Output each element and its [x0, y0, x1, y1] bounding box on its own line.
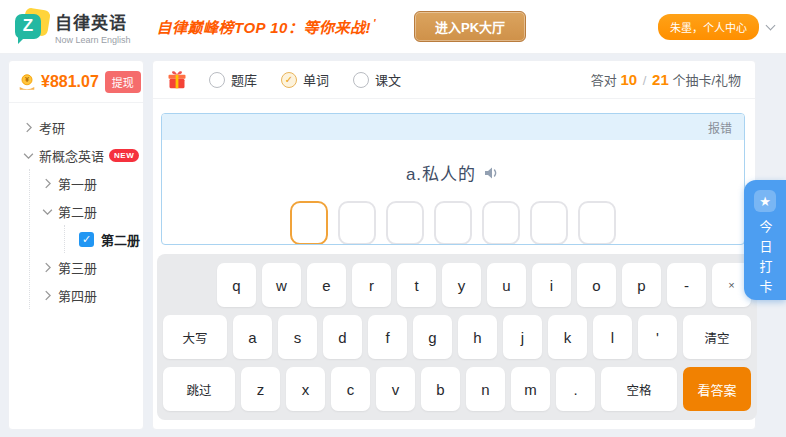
- report-error-button[interactable]: 报错: [708, 119, 732, 136]
- score-status: 答对 10 / 21 个抽卡/礼物: [591, 70, 741, 89]
- mode-question-bank[interactable]: 题库: [209, 70, 257, 89]
- key-hyphen[interactable]: -: [667, 263, 706, 307]
- key-skip[interactable]: 跳过: [163, 367, 235, 411]
- key-y[interactable]: y: [442, 263, 481, 307]
- course-tree: 考研 新概念英语 NEW 第一册 第二册 ✓ 第二册: [9, 103, 143, 309]
- chevron-expanded-icon[interactable]: [23, 152, 34, 159]
- key-v[interactable]: v: [376, 367, 415, 411]
- coin-hand-icon: ¥: [17, 73, 37, 92]
- radio-icon[interactable]: [353, 72, 369, 88]
- key-d[interactable]: d: [323, 315, 362, 359]
- key-i[interactable]: i: [532, 263, 571, 307]
- tree-item-book3[interactable]: 第三册: [30, 253, 143, 281]
- chevron-right-icon[interactable]: [44, 178, 51, 189]
- key-r[interactable]: r: [352, 263, 391, 307]
- chevron-expanded-icon[interactable]: [42, 208, 53, 215]
- letter-box-active: [290, 201, 328, 245]
- show-answer-button[interactable]: 看答案: [683, 367, 751, 411]
- sparkle-icon: ': [373, 17, 376, 29]
- key-g[interactable]: g: [413, 315, 452, 359]
- key-a[interactable]: a: [233, 315, 272, 359]
- key-k[interactable]: k: [548, 315, 587, 359]
- key-s[interactable]: s: [278, 315, 317, 359]
- daily-checkin-label: 今日打卡: [756, 220, 775, 300]
- letter-box: [386, 201, 424, 245]
- app-title: 自律英语: [55, 9, 131, 34]
- letter-box: [338, 201, 376, 245]
- chevron-down-icon[interactable]: [766, 20, 776, 30]
- enter-pk-hall-button[interactable]: 进入PK大厅: [414, 11, 526, 42]
- score-total: 21: [652, 71, 669, 88]
- tree-item-book4[interactable]: 第四册: [30, 281, 143, 309]
- tree-item-book1[interactable]: 第一册: [30, 169, 143, 197]
- mode-text[interactable]: 课文: [353, 70, 401, 89]
- key-u[interactable]: u: [487, 263, 526, 307]
- withdraw-button[interactable]: 提现: [105, 71, 141, 93]
- key-period[interactable]: .: [556, 367, 595, 411]
- ranking-banner: 自律巅峰榜TOP 10：等你来战!': [157, 16, 376, 37]
- key-n[interactable]: n: [466, 367, 505, 411]
- letter-box: [434, 201, 472, 245]
- question-word: a.私人的: [406, 160, 476, 185]
- key-w[interactable]: w: [262, 263, 301, 307]
- balance-row: ¥ ¥881.07 提现: [9, 61, 143, 103]
- app-header: Z 自律英语 Now Learn English 自律巅峰榜TOP 10：等你来…: [0, 0, 786, 54]
- mode-words[interactable]: ✓ 单词: [281, 70, 329, 89]
- tree-item-new-concept[interactable]: 新概念英语 NEW: [9, 141, 143, 169]
- balance-amount: ¥881.07: [41, 73, 99, 91]
- key-p[interactable]: p: [622, 263, 661, 307]
- checkbox-checked-icon[interactable]: ✓: [79, 232, 94, 247]
- sidebar: ¥ ¥881.07 提现 考研 新概念英语 NEW 第一册 第二册: [8, 60, 144, 430]
- key-m[interactable]: m: [511, 367, 550, 411]
- key-o[interactable]: o: [577, 263, 616, 307]
- letter-input[interactable]: [162, 201, 744, 245]
- key-clear[interactable]: 清空: [683, 315, 751, 359]
- key-e[interactable]: e: [307, 263, 346, 307]
- radio-checked-icon[interactable]: ✓: [281, 72, 297, 88]
- star-icon: ★: [754, 190, 776, 212]
- key-c[interactable]: c: [331, 367, 370, 411]
- tree-item-kaoyan[interactable]: 考研: [9, 113, 143, 141]
- radio-icon[interactable]: [209, 72, 225, 88]
- daily-checkin-button[interactable]: ★ 今日打卡: [744, 180, 786, 300]
- chevron-right-icon[interactable]: [25, 122, 32, 133]
- key-apostrophe[interactable]: ': [638, 315, 677, 359]
- question-card: 报错 a.私人的: [161, 113, 745, 245]
- letter-box: [482, 201, 520, 245]
- key-space[interactable]: 空格: [601, 367, 677, 411]
- score-correct: 10: [621, 71, 638, 88]
- letter-box: [530, 201, 568, 245]
- key-x[interactable]: x: [286, 367, 325, 411]
- gift-icon[interactable]: [167, 70, 187, 90]
- letter-box: [578, 201, 616, 245]
- app-subtitle: Now Learn English: [55, 35, 131, 45]
- chevron-right-icon[interactable]: [44, 262, 51, 273]
- key-caps[interactable]: 大写: [163, 315, 227, 359]
- key-q[interactable]: q: [217, 263, 256, 307]
- key-z[interactable]: z: [241, 367, 280, 411]
- speaker-icon[interactable]: [484, 166, 500, 180]
- new-badge: NEW: [109, 149, 139, 162]
- key-f[interactable]: f: [368, 315, 407, 359]
- key-l[interactable]: l: [593, 315, 632, 359]
- chevron-right-icon[interactable]: [44, 290, 51, 301]
- virtual-keyboard: q w e r t y u i o p - × 大写 a s d f g h j…: [157, 254, 757, 420]
- user-profile-button[interactable]: 朱墨，个人中心: [658, 14, 759, 40]
- mode-toolbar: 题库 ✓ 单词 课文 答对 10 / 21 个抽卡/礼物: [153, 61, 755, 99]
- question-card-header: 报错: [162, 114, 744, 140]
- logo-z-icon: Z: [14, 11, 46, 43]
- tree-item-book2-selected[interactable]: ✓ 第二册: [79, 225, 143, 253]
- key-b[interactable]: b: [421, 367, 460, 411]
- key-j[interactable]: j: [503, 315, 542, 359]
- main-panel: 题库 ✓ 单词 课文 答对 10 / 21 个抽卡/礼物 报错 a.私人的: [152, 60, 756, 430]
- key-h[interactable]: h: [458, 315, 497, 359]
- tree-item-book2[interactable]: 第二册: [30, 197, 143, 225]
- key-t[interactable]: t: [397, 263, 436, 307]
- app-logo: Z 自律英语 Now Learn English: [14, 9, 131, 45]
